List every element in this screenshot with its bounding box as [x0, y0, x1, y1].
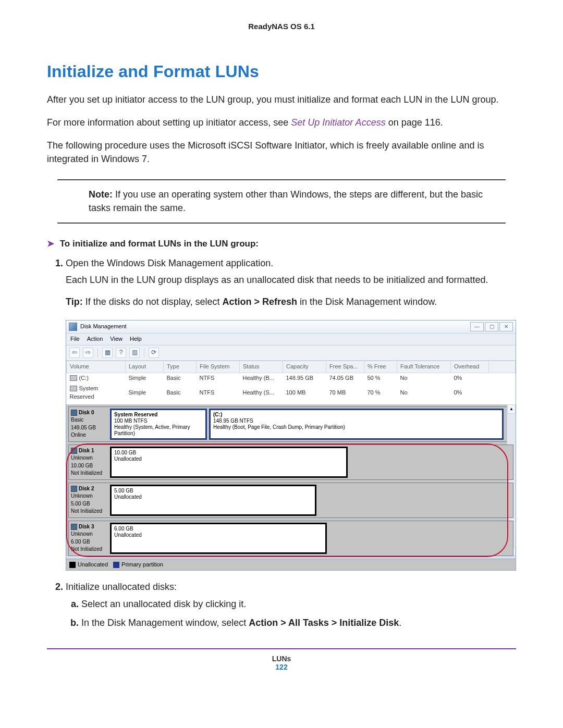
col-pctfree[interactable]: % Free	[364, 361, 397, 373]
page-number: 122	[47, 663, 516, 671]
cross-reference-link[interactable]: Set Up Initiator Access	[291, 117, 385, 128]
partition-unallocated[interactable]: 6.00 GB Unallocated	[110, 523, 327, 554]
note-block: Note: If you use an operating system oth…	[57, 179, 506, 223]
tip-block: Tip: If the disks do not display, select…	[66, 295, 516, 309]
disk-icon	[71, 524, 77, 530]
volume-list[interactable]: Volume Layout Type File System Status Ca…	[66, 361, 516, 404]
tip-text-1: If the disks do not display, select	[83, 297, 223, 307]
disk-icon	[71, 410, 77, 416]
table-row[interactable]: System ReservedSimpleBasicNTFSHealthy (S…	[67, 384, 516, 402]
volume-table[interactable]: Volume Layout Type File System Status Ca…	[66, 361, 516, 402]
partition-system-reserved[interactable]: System Reserved 100 MB NTFS Healthy (Sys…	[110, 409, 207, 440]
app-icon	[69, 323, 77, 331]
substep-b-prefix: In the Disk Management window, select	[81, 618, 249, 628]
section-heading: Initialize and Format LUNs	[47, 62, 516, 81]
footer-rule	[47, 648, 516, 649]
maximize-button[interactable]: ▢	[485, 322, 498, 331]
partition-c[interactable]: (C:) 148.95 GB NTFS Healthy (Boot, Page …	[209, 409, 504, 440]
refresh-icon[interactable]: ⟳	[149, 348, 159, 358]
substep-a: Select an unallocated disk by clicking i…	[81, 597, 516, 611]
title-bar[interactable]: Disk Management — ▢ ✕	[66, 320, 516, 334]
procedure-steps: Open the Windows Disk Management applica…	[66, 256, 516, 630]
procedure-heading: ➤ To initialize and format LUNs in the L…	[47, 238, 516, 249]
disk-row-3[interactable]: Disk 3 Unknown 6.00 GB Not Initialized 6…	[68, 521, 513, 556]
col-filesystem[interactable]: File System	[197, 361, 240, 373]
col-type[interactable]: Type	[164, 361, 197, 373]
menu-action[interactable]: Action	[87, 335, 103, 343]
window-title: Disk Management	[80, 323, 127, 331]
substep-b-suffix: .	[399, 618, 401, 628]
menu-view[interactable]: View	[110, 335, 123, 343]
close-button[interactable]: ✕	[499, 322, 513, 331]
forward-button[interactable]: ⇨	[83, 348, 93, 358]
graphical-disk-view[interactable]: ▲ ▼ Disk 0 Basic 149.05 GB Online	[66, 404, 516, 556]
document-page: ReadyNAS OS 6.1 Initialize and Format LU…	[0, 0, 563, 728]
menu-help[interactable]: Help	[130, 335, 142, 343]
substep-b: In the Disk Management window, select Ac…	[81, 616, 516, 630]
toolbar-icon-1[interactable]: ▦	[102, 348, 113, 358]
tip-label: Tip:	[66, 297, 83, 307]
para2-prefix: For more information about setting up in…	[47, 117, 291, 128]
menu-bar[interactable]: File Action View Help	[66, 334, 516, 346]
tip-bold-path: Action > Refresh	[222, 297, 297, 307]
col-overhead[interactable]: Overhead	[451, 361, 489, 373]
disk-row-1[interactable]: Disk 1 Unknown 10.00 GB Not Initialized …	[68, 445, 513, 480]
help-icon[interactable]: ?	[116, 348, 126, 358]
step-2-text: Initialize unallocated disks:	[66, 582, 177, 592]
tip-text-2: in the Disk Management window.	[297, 297, 437, 307]
partition-unallocated[interactable]: 5.00 GB Unallocated	[110, 485, 316, 516]
step-1: Open the Windows Disk Management applica…	[66, 256, 516, 571]
paragraph-1: After you set up initiator access to the…	[47, 93, 516, 106]
col-capacity[interactable]: Capacity	[283, 361, 326, 373]
note-label: Note:	[89, 189, 113, 200]
disk-row-0[interactable]: Disk 0 Basic 149.05 GB Online System Res…	[68, 406, 513, 442]
note-text: If you use an operating system other tha…	[89, 189, 483, 213]
table-row[interactable]: (C:)SimpleBasicNTFSHealthy (B...148.95 G…	[67, 373, 516, 383]
note-rule-bottom	[57, 223, 506, 224]
back-button[interactable]: ⇦	[69, 348, 80, 358]
step-2: Initialize unallocated disks: Select an …	[66, 580, 516, 629]
chevron-right-icon: ➤	[47, 239, 54, 249]
scroll-up-icon[interactable]: ▲	[507, 404, 516, 414]
disk-icon	[71, 448, 77, 454]
menu-file[interactable]: File	[70, 335, 80, 343]
col-status[interactable]: Status	[240, 361, 283, 373]
step-2-substeps: Select an unallocated disk by clicking i…	[81, 597, 516, 630]
disk-management-window: Disk Management — ▢ ✕ File Action View H…	[66, 320, 516, 571]
disk-icon	[71, 486, 77, 492]
disk-row-2[interactable]: Disk 2 Unknown 5.00 GB Not Initialized 5…	[68, 483, 513, 518]
partition-unallocated[interactable]: 10.00 GB Unallocated	[110, 447, 348, 478]
col-freespace[interactable]: Free Spa...	[326, 361, 364, 373]
step-1-body: Each LUN in the LUN group displays as an…	[66, 273, 516, 287]
legend-swatch-primary	[113, 562, 119, 568]
col-fault[interactable]: Fault Tolerance	[397, 361, 451, 373]
procedure-heading-text: To initialize and format LUNs in the LUN…	[60, 239, 259, 249]
step-1-text: Open the Windows Disk Management applica…	[66, 258, 273, 268]
minimize-button[interactable]: —	[470, 322, 484, 331]
para2-suffix: on page 116.	[386, 117, 443, 128]
toolbar: ⇦ ⇨ ▦ ? ▥ ⟳	[66, 346, 516, 361]
legend-swatch-unalloc	[69, 562, 76, 568]
footer-section: LUNs	[47, 655, 516, 663]
paragraph-3: The following procedure uses the Microso…	[47, 139, 516, 166]
substep-b-bold: Action > All Tasks > Initialize Disk	[249, 618, 399, 628]
toolbar-icon-2[interactable]: ▥	[129, 348, 140, 358]
paragraph-2: For more information about setting up in…	[47, 116, 516, 129]
legend: Unallocated Primary partition	[66, 559, 516, 571]
col-volume[interactable]: Volume	[67, 361, 126, 373]
col-layout[interactable]: Layout	[126, 361, 164, 373]
header-product: ReadyNAS OS 6.1	[47, 22, 516, 31]
